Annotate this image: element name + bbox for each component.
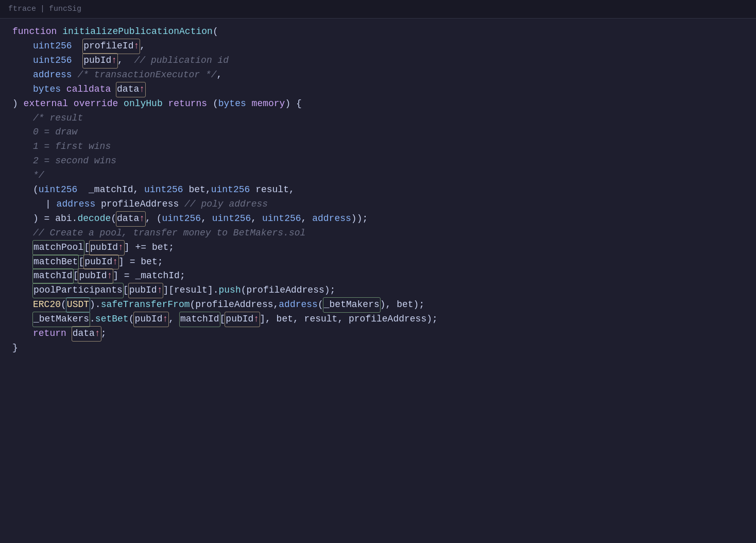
line-erc20-transfer: ERC20(USDT).safeTransferFrom(profileAddr… — [0, 298, 756, 312]
line-close-brace: } — [0, 341, 756, 355]
header-bar: ftrace | funcSig — [0, 0, 756, 19]
separator: | — [40, 3, 45, 15]
line-param2: uint256 pubId↑, // publication id — [0, 54, 756, 68]
line-pool-participants: poolParticipants[pubId↑][result].push(pr… — [0, 283, 756, 298]
breadcrumb-ftrace: ftrace — [8, 3, 36, 15]
line-create-comment: // Create a pool, transfer money to BetM… — [0, 226, 756, 241]
line-decode-addr: | address profileAddress // poly address — [0, 197, 756, 212]
line-match-id: matchId[pubId↑] = _matchId; — [0, 269, 756, 283]
line-param3: address /* transactionExecutor */, — [0, 68, 756, 82]
code-area: function initializePublicationAction( ui… — [0, 19, 756, 361]
line-decode-assign: ) = abi.decode(data↑, (uint256, uint256,… — [0, 212, 756, 226]
line-match-bet: matchBet[pubId↑] = bet; — [0, 255, 756, 269]
line-bet-makers-set: _betMakers.setBet(pubId↑, matchId[pubId↑… — [0, 312, 756, 327]
line-param1: uint256 profileId↑, — [0, 39, 756, 54]
line-comment-end: */ — [0, 168, 756, 183]
line-decode-decl: (uint256 _matchId, uint256 bet,uint256 r… — [0, 183, 756, 197]
line-comment-0: 0 = draw — [0, 125, 756, 140]
breadcrumb-funcsig: funcSig — [49, 3, 81, 15]
line-fn-decl: function initializePublicationAction( — [0, 25, 756, 39]
line-param4: bytes calldata data↑ — [0, 82, 756, 97]
line-comment-1: 1 = first wins — [0, 140, 756, 154]
line-comment-start: /* result — [0, 111, 756, 126]
line-match-pool: matchPool[pubId↑] += bet; — [0, 241, 756, 255]
line-comment-2: 2 = second wins — [0, 154, 756, 168]
line-closing: ) external override onlyHub returns (byt… — [0, 97, 756, 111]
line-return: return data↑; — [0, 327, 756, 341]
